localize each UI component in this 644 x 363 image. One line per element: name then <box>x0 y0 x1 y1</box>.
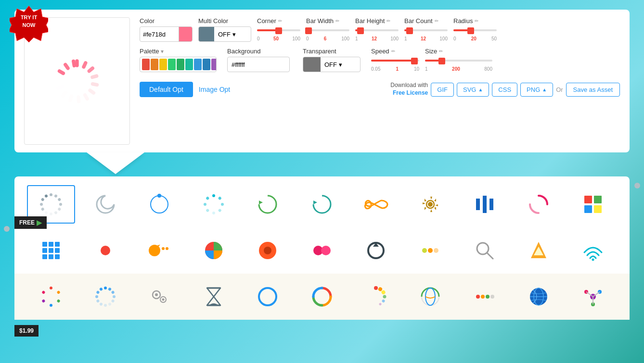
svg-point-111 <box>481 295 485 299</box>
bar-height-thumb[interactable] <box>357 27 364 34</box>
svg-point-94 <box>99 287 103 291</box>
icon-pac-dots[interactable] <box>135 231 183 270</box>
corner-thumb[interactable] <box>275 27 282 34</box>
svg-rect-13 <box>56 84 64 90</box>
free-badge: FREE ▶ <box>14 216 47 229</box>
controls-row-1: Color Multi Color OFF <box>140 17 620 42</box>
background-text-input[interactable] <box>228 61 289 68</box>
icon-blue-dots-circle[interactable] <box>81 277 129 316</box>
icon-pink-dots[interactable] <box>298 231 346 270</box>
multi-color-swatch <box>199 26 214 42</box>
image-opt-button[interactable]: Image Opt <box>199 86 230 93</box>
size-slider-container: 1 200 800 <box>425 57 502 72</box>
bar-height-slider-container: 1 12 100 <box>355 26 399 41</box>
icon-infinity[interactable] <box>352 185 400 224</box>
radius-slider-container: 0 20 50 <box>453 26 497 41</box>
icon-crescent[interactable] <box>81 185 129 224</box>
icon-orange-circle[interactable] <box>244 231 292 270</box>
svg-rect-54 <box>42 248 47 253</box>
arrow-down <box>87 152 144 174</box>
speed-slider-track <box>371 57 419 65</box>
icon-arc-dots[interactable] <box>352 277 400 316</box>
icon-globe-arc[interactable] <box>406 277 454 316</box>
transparent-toggle-btn[interactable]: OFF ▾ <box>321 57 346 72</box>
control-panel: TRY IT NOW <box>14 10 630 152</box>
bar-width-slider-container: 0 6 100 <box>306 26 349 41</box>
icon-bars[interactable] <box>461 185 509 224</box>
icon-molecule[interactable] <box>569 277 617 316</box>
bar-width-thumb[interactable] <box>305 27 312 34</box>
multi-color-toggle-btn[interactable]: OFF ▾ <box>214 26 240 42</box>
icon-dots-line[interactable] <box>461 277 509 316</box>
size-label: Size ✏ <box>425 48 502 55</box>
svg-rect-4 <box>81 60 88 69</box>
icon-colored-dots[interactable] <box>27 277 75 316</box>
icon-arrow-circle[interactable] <box>244 185 292 224</box>
speed-slider-container: 0.05 1 10 <box>371 57 419 72</box>
icon-globe[interactable] <box>515 277 563 316</box>
radius-edit-icon[interactable]: ✏ <box>475 18 478 24</box>
svg-rect-58 <box>49 254 53 259</box>
png-button[interactable]: PNG ▲ <box>520 83 553 97</box>
bar-count-thumb[interactable] <box>406 27 413 34</box>
icon-ring[interactable] <box>135 185 183 224</box>
icon-gears[interactable] <box>135 277 183 316</box>
icon-search[interactable] <box>461 231 509 270</box>
corner-slider-track <box>257 26 300 35</box>
palette-arrow-icon[interactable]: ▾ <box>161 48 164 55</box>
icon-pie-chart[interactable] <box>190 231 238 270</box>
background-group: Background <box>227 48 297 72</box>
icon-yellow-dots[interactable] <box>406 231 454 270</box>
bar-height-edit-icon[interactable]: ✏ <box>386 18 390 24</box>
icon-gear[interactable] <box>406 185 454 224</box>
icon-grid <box>14 176 630 320</box>
default-opt-button[interactable]: Default Opt <box>140 82 193 97</box>
svg-text:TRY IT: TRY IT <box>21 14 38 20</box>
transparent-wrapper[interactable]: OFF ▾ <box>303 57 361 72</box>
color-text-input[interactable] <box>140 31 179 38</box>
icon-refresh-circle[interactable] <box>298 185 346 224</box>
svg-rect-51 <box>42 242 47 247</box>
palette-group: Palette ▾ <box>140 48 221 72</box>
svg-button[interactable]: SVG ▲ <box>457 83 489 97</box>
icon-red-dot[interactable] <box>81 231 129 270</box>
css-button[interactable]: CSS <box>492 83 517 97</box>
icon-partial-circle[interactable] <box>515 185 563 224</box>
multi-color-group: Multi Color OFF ▾ <box>198 17 251 42</box>
icon-grid-squares[interactable] <box>27 231 75 270</box>
svg-point-22 <box>57 207 61 211</box>
icon-refresh-dark[interactable] <box>352 231 400 270</box>
icon-blue-ring[interactable] <box>244 277 292 316</box>
save-asset-button[interactable]: Save as Asset <box>566 83 620 97</box>
svg-point-39 <box>206 196 209 200</box>
gif-button[interactable]: GIF <box>431 83 454 97</box>
icon-squares[interactable] <box>569 185 617 224</box>
bar-height-slider-track <box>355 26 399 35</box>
multi-color-wrapper[interactable]: OFF ▾ <box>198 26 251 42</box>
svg-point-81 <box>42 299 46 303</box>
icon-triangle[interactable] <box>515 231 563 270</box>
speed-edit-icon[interactable]: ✏ <box>391 49 395 54</box>
icon-wifi-arc[interactable] <box>569 231 617 270</box>
palette-wrapper[interactable] <box>140 57 217 72</box>
radius-thumb[interactable] <box>467 27 474 34</box>
size-thumb[interactable] <box>438 58 445 64</box>
speed-thumb[interactable] <box>411 58 418 64</box>
bar-count-edit-icon[interactable]: ✏ <box>435 18 438 24</box>
svg-rect-16 <box>63 62 70 71</box>
svg-rect-46 <box>489 199 493 210</box>
icon-dots-circle[interactable] <box>190 185 238 224</box>
svg-rect-14 <box>55 77 63 82</box>
palette-color-5 <box>177 59 184 70</box>
svg-point-34 <box>221 203 224 206</box>
background-input-wrapper[interactable] <box>227 57 290 72</box>
icon-hourglass[interactable] <box>190 277 238 316</box>
size-edit-icon[interactable]: ✏ <box>439 49 443 54</box>
color-swatch[interactable] <box>179 26 192 42</box>
corner-edit-icon[interactable]: ✏ <box>278 18 282 24</box>
svg-point-80 <box>50 304 52 307</box>
svg-point-83 <box>104 287 107 289</box>
icon-c-spinner[interactable] <box>298 277 346 316</box>
bar-width-edit-icon[interactable]: ✏ <box>335 18 339 24</box>
color-input-wrapper[interactable] <box>140 26 193 42</box>
